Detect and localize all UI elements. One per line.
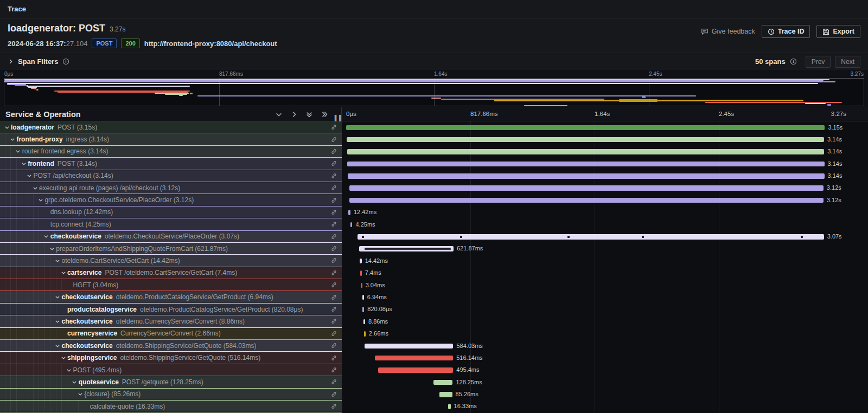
span-link-icon[interactable] [327, 401, 342, 412]
span-name-cell[interactable]: {closure} (85.26ms) [0, 389, 342, 401]
minimap-selection-area[interactable] [4, 78, 864, 106]
span-link-icon[interactable] [327, 340, 342, 351]
collapse-one-icon[interactable] [275, 111, 283, 118]
span-link-icon[interactable] [327, 376, 342, 388]
next-button[interactable]: Next [835, 56, 860, 68]
span-bar[interactable] [378, 367, 454, 373]
span-link-icon[interactable] [327, 279, 342, 291]
span-bar[interactable] [358, 234, 824, 240]
span-name-cell[interactable]: frontend-proxyingress (3.14s) [0, 133, 342, 145]
span-name-cell[interactable]: oteldemo.CartService/GetCart (14.42ms) [0, 255, 342, 267]
chevron-right-icon[interactable] [8, 59, 14, 64]
span-link-icon[interactable] [327, 133, 342, 145]
collapse-chevron-icon[interactable] [36, 197, 44, 203]
span-name-cell[interactable]: calculate-quote (16.33ms) [0, 401, 342, 412]
span-link-icon[interactable] [327, 194, 342, 205]
span-bar[interactable] [448, 404, 451, 409]
export-button[interactable]: Export [816, 25, 860, 38]
span-link-icon[interactable] [327, 328, 342, 339]
column-resize-handle[interactable]: ▌▌ [335, 115, 343, 121]
span-name-cell[interactable]: cartservicePOST /oteldemo.CartService/Ge… [0, 267, 342, 279]
span-name-cell[interactable]: checkoutserviceoteldemo.CurrencyService/… [0, 315, 342, 327]
span-bar[interactable] [361, 283, 362, 288]
span-name-cell[interactable]: router frontend egress (3.14s) [0, 146, 342, 158]
span-link-icon[interactable] [327, 170, 342, 182]
span-name-cell[interactable]: quoteservicePOST /getquote (128.25ms) [0, 376, 342, 388]
prev-button[interactable]: Prev [806, 56, 831, 68]
span-name-cell[interactable]: productcatalogserviceoteldemo.ProductCat… [0, 304, 342, 315]
span-bar[interactable] [433, 380, 453, 385]
span-bar[interactable] [349, 185, 824, 191]
span-link-icon[interactable] [327, 243, 342, 254]
collapse-chevron-icon[interactable] [42, 234, 50, 239]
span-bar[interactable] [348, 173, 825, 179]
span-bar[interactable] [363, 319, 365, 325]
span-name-cell[interactable]: dns.lookup (12.42ms) [0, 206, 342, 218]
span-name-cell[interactable]: checkoutserviceoteldemo.CheckoutService/… [0, 231, 342, 243]
collapse-chevron-icon[interactable] [3, 125, 11, 130]
span-link-icon[interactable] [327, 146, 342, 157]
collapse-chevron-icon[interactable] [59, 270, 67, 275]
span-bar[interactable] [439, 392, 452, 397]
span-name-cell[interactable]: shippingserviceoteldemo.ShippingService/… [0, 352, 342, 364]
collapse-chevron-icon[interactable] [54, 343, 62, 349]
span-link-icon[interactable] [327, 389, 342, 400]
span-bar[interactable] [362, 307, 364, 312]
collapse-chevron-icon[interactable] [48, 246, 56, 251]
info-icon[interactable] [790, 58, 797, 65]
span-name-cell[interactable]: checkoutserviceoteldemo.ProductCatalogSe… [0, 291, 342, 303]
span-link-icon[interactable] [327, 255, 342, 266]
give-feedback-link[interactable]: Give feedback [701, 28, 755, 35]
collapse-chevron-icon[interactable] [54, 258, 62, 263]
span-link-icon[interactable] [327, 315, 342, 327]
span-link-icon[interactable] [327, 182, 342, 193]
span-bar[interactable] [347, 162, 824, 167]
span-name-cell[interactable]: executing api route (pages) /api/checkou… [0, 182, 342, 194]
collapse-chevron-icon[interactable] [31, 185, 39, 191]
expand-one-icon[interactable] [290, 111, 298, 118]
span-bar[interactable] [362, 295, 364, 300]
collapse-chevron-icon[interactable] [20, 161, 28, 166]
expand-all-icon[interactable] [321, 111, 328, 118]
collapse-chevron-icon[interactable] [71, 379, 79, 385]
span-link-icon[interactable] [327, 304, 342, 315]
span-name-cell[interactable]: frontendPOST (3.14s) [0, 158, 342, 170]
span-name-cell[interactable]: POST /api/checkout (3.14s) [0, 170, 342, 182]
span-name-cell[interactable]: tcp.connect (4.25ms) [0, 218, 342, 230]
span-link-icon[interactable] [327, 121, 342, 133]
trace-id-button[interactable]: Trace ID [762, 25, 810, 38]
collapse-chevron-icon[interactable] [54, 294, 62, 300]
span-bar[interactable] [349, 198, 824, 203]
span-bar[interactable] [347, 149, 825, 154]
span-link-icon[interactable] [327, 352, 342, 363]
span-link-icon[interactable] [327, 206, 342, 218]
collapse-chevron-icon[interactable] [59, 355, 67, 360]
span-bar[interactable] [347, 137, 824, 143]
span-link-icon[interactable] [327, 267, 342, 279]
span-name-cell[interactable]: prepareOrderItemsAndShippingQuoteFromCar… [0, 243, 342, 255]
span-link-icon[interactable] [327, 231, 342, 242]
collapse-chevron-icon[interactable] [25, 173, 34, 178]
span-link-icon[interactable] [327, 218, 342, 230]
span-bar[interactable] [359, 246, 454, 251]
span-link-icon[interactable] [327, 291, 342, 302]
collapse-all-icon[interactable] [305, 111, 313, 118]
collapse-chevron-icon[interactable] [65, 367, 73, 373]
span-bar[interactable] [375, 356, 454, 361]
span-name-cell[interactable]: HGET (3.04ms) [0, 279, 342, 291]
span-bar[interactable] [348, 210, 350, 215]
span-link-icon[interactable] [327, 158, 342, 169]
span-bar[interactable] [360, 270, 362, 276]
info-icon[interactable] [62, 58, 69, 65]
collapse-chevron-icon[interactable] [8, 137, 16, 142]
span-name-cell[interactable]: loadgeneratorPOST (3.15s) [0, 121, 342, 133]
span-name-cell[interactable]: grpc.oteldemo.CheckoutService/PlaceOrder… [0, 194, 342, 206]
collapse-chevron-icon[interactable] [14, 149, 22, 154]
span-bar[interactable] [364, 331, 366, 337]
collapse-chevron-icon[interactable] [54, 319, 62, 324]
span-name-cell[interactable]: checkoutserviceoteldemo.ShippingService/… [0, 340, 342, 352]
span-bar[interactable] [346, 125, 825, 131]
span-name-cell[interactable]: currencyserviceCurrencyService/Convert (… [0, 328, 342, 340]
span-bar[interactable] [350, 222, 352, 228]
span-bar[interactable] [360, 259, 362, 264]
